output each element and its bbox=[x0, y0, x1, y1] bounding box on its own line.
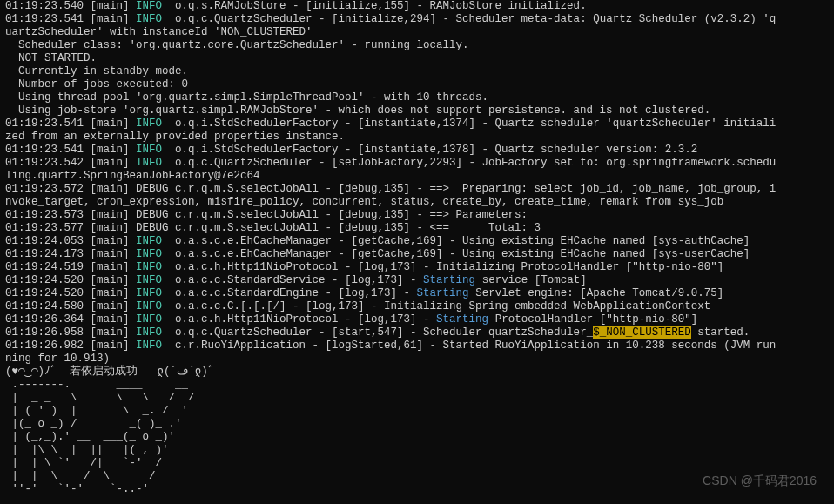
log-text: .-------. ____ __ bbox=[5, 379, 188, 391]
log-text: ''-' `'-' `-..-' bbox=[5, 483, 149, 495]
log-text: zed from an externally provided properti… bbox=[5, 131, 345, 143]
log-line: nvoke_target, cron_expression, misfire_p… bbox=[5, 196, 829, 209]
log-text: 01:19:24.520 [main] bbox=[5, 287, 136, 299]
log-text: o.q.i.StdSchedulerFactory - [instantiate… bbox=[162, 144, 697, 156]
log-text: 01:19:26.982 [main] bbox=[5, 339, 136, 352]
log-text: 01:19:23.541 [main] bbox=[5, 144, 136, 156]
log-line: 01:19:23.540 [main] INFO o.q.s.RAMJobSto… bbox=[5, 0, 829, 13]
log-text: Using job-store 'org.quartz.simpl.RAMJob… bbox=[5, 104, 710, 117]
log-text: 01:19:24.580 [main] bbox=[5, 300, 136, 312]
log-line: 01:19:24.173 [main] INFO o.a.s.c.e.EhCac… bbox=[5, 248, 829, 261]
log-text: 01:19:26.958 [main] bbox=[5, 326, 136, 339]
log-text: 01:19:24.053 [main] bbox=[5, 235, 136, 247]
log-line: |(_ o _) / _( )_ .' bbox=[5, 418, 829, 431]
log-line: Using thread pool 'org.quartz.simpl.Simp… bbox=[5, 91, 829, 104]
log-text: o.a.c.h.Http11NioProtocol - [log,173] - … bbox=[162, 261, 723, 273]
log-line: 01:19:24.520 [main] INFO o.a.c.c.Standar… bbox=[5, 274, 829, 287]
log-text: uartzScheduler' with instanceId 'NON_CLU… bbox=[5, 26, 313, 38]
log-level-info: INFO bbox=[136, 300, 162, 312]
log-level-info: INFO bbox=[136, 144, 162, 156]
log-level-info: INFO bbox=[136, 261, 162, 273]
log-level-info: INFO bbox=[136, 13, 162, 25]
log-text: NOT STARTED. bbox=[5, 52, 97, 64]
log-text: Scheduler class: 'org.quartz.core.Quartz… bbox=[5, 39, 469, 51]
log-text: Using thread pool 'org.quartz.simpl.Simp… bbox=[5, 91, 488, 104]
log-text: o.a.c.c.StandardService - [log,173] - bbox=[162, 274, 423, 286]
log-text: 01:19:23.572 [main] DEBUG c.r.q.m.S.sele… bbox=[5, 183, 776, 195]
log-line: ling.quartz.SpringBeanJobFactory@7e2c64 bbox=[5, 170, 829, 183]
log-line: uartzScheduler' with instanceId 'NON_CLU… bbox=[5, 26, 829, 39]
log-text: o.a.c.c.StandardEngine - [log,173] - bbox=[162, 287, 417, 299]
log-line: 01:19:26.958 [main] INFO o.q.c.QuartzSch… bbox=[5, 326, 829, 339]
log-text: started. bbox=[691, 326, 750, 339]
log-line: | ( ' ) | \ _. / ' bbox=[5, 405, 829, 418]
log-text: | ( ' ) | \ _. / ' bbox=[5, 405, 188, 417]
log-text: service [Tomcat] bbox=[475, 274, 587, 286]
log-text: c.r.RuoYiApplication - [logStarted,61] -… bbox=[162, 339, 776, 352]
log-text: o.q.s.RAMJobStore - [initialize,155] - R… bbox=[162, 0, 587, 12]
log-level-info: INFO bbox=[136, 339, 162, 352]
log-level-info: INFO bbox=[136, 248, 162, 260]
log-line: .-------. ____ __ bbox=[5, 379, 829, 392]
log-text: 01:19:23.577 [main] DEBUG c.r.q.m.S.sele… bbox=[5, 222, 541, 234]
log-line: zed from an externally provided properti… bbox=[5, 131, 829, 144]
log-line: | | \ `' /| `-' / bbox=[5, 457, 829, 470]
log-text: ling.quartz.SpringBeanJobFactory@7e2c64 bbox=[5, 170, 260, 182]
log-line: 01:19:24.520 [main] INFO o.a.c.c.Standar… bbox=[5, 287, 829, 300]
log-text: 01:19:23.540 [main] bbox=[5, 0, 136, 12]
log-level-info: INFO bbox=[136, 157, 162, 169]
log-line: | (_,_).' __ ___(_ o _)' bbox=[5, 431, 829, 444]
log-line: (♥◠‿◠)ﾉﾞ 若依启动成功 ლ(´ڡ`ლ)ﾞ bbox=[5, 366, 829, 379]
log-text: Servlet engine: [Apache Tomcat/9.0.75] bbox=[469, 287, 724, 299]
log-level-info: INFO bbox=[136, 235, 162, 247]
log-text: o.q.i.StdSchedulerFactory - [instantiate… bbox=[162, 118, 776, 130]
log-line: 01:19:23.573 [main] DEBUG c.r.q.m.S.sele… bbox=[5, 209, 829, 222]
log-text: o.q.c.QuartzScheduler - [initialize,294]… bbox=[162, 13, 776, 25]
log-level-info: INFO bbox=[136, 0, 162, 12]
log-text: | (_,_).' __ ___(_ o _)' bbox=[5, 431, 175, 443]
log-text: |(_ o _) / _( )_ .' bbox=[5, 418, 182, 430]
log-line: ning for 10.913) bbox=[5, 353, 829, 366]
keyword-starting: Starting bbox=[423, 274, 475, 286]
log-text: | | \ / \ / bbox=[5, 470, 156, 482]
keyword-starting: Starting bbox=[417, 287, 469, 299]
log-line: 01:19:23.572 [main] DEBUG c.r.q.m.S.sele… bbox=[5, 183, 829, 196]
log-text: 01:19:23.541 [main] bbox=[5, 13, 136, 25]
log-level-info: INFO bbox=[136, 313, 162, 326]
log-text: Currently in standby mode. bbox=[5, 65, 188, 77]
log-text: 01:19:23.541 [main] bbox=[5, 118, 136, 130]
log-line: 01:19:24.580 [main] INFO o.a.c.c.C.[.[.[… bbox=[5, 300, 829, 313]
log-line: Using job-store 'org.quartz.simpl.RAMJob… bbox=[5, 104, 829, 118]
log-line: Currently in standby mode. bbox=[5, 65, 829, 78]
log-text: nvoke_target, cron_expression, misfire_p… bbox=[5, 196, 723, 208]
watermark-text: CSDN @千码君2016 bbox=[703, 474, 817, 488]
log-line: | |\ \ | || |(_,_)' bbox=[5, 444, 829, 457]
log-text: o.a.c.h.Http11NioProtocol - [log,173] - bbox=[162, 313, 436, 326]
log-level-info: INFO bbox=[136, 287, 162, 299]
log-text: Number of jobs executed: 0 bbox=[5, 78, 188, 91]
log-line: 01:19:26.982 [main] INFO c.r.RuoYiApplic… bbox=[5, 339, 829, 353]
log-level-info: INFO bbox=[136, 326, 162, 339]
highlighted-text: $_NON_CLUSTERED bbox=[593, 326, 691, 339]
log-line: NOT STARTED. bbox=[5, 52, 829, 65]
log-text: | _ _ \ \ \ / / bbox=[5, 392, 195, 404]
log-text: | |\ \ | || |(_,_)' bbox=[5, 444, 169, 456]
log-text: ProtocolHandler ["http-nio-80"] bbox=[488, 313, 697, 326]
log-text: o.a.c.c.C.[.[.[/] - [log,173] - Initiali… bbox=[162, 300, 710, 312]
terminal-output[interactable]: 01:19:23.540 [main] INFO o.q.s.RAMJobSto… bbox=[0, 0, 834, 496]
log-line: 01:19:24.053 [main] INFO o.a.s.c.e.EhCac… bbox=[5, 235, 829, 248]
log-text: o.a.s.c.e.EhCacheManager - [getCache,169… bbox=[162, 248, 750, 260]
log-text: o.q.c.QuartzScheduler - [start,547] - Sc… bbox=[162, 326, 593, 339]
log-text: ning for 10.913) bbox=[5, 353, 110, 365]
log-level-info: INFO bbox=[136, 118, 162, 130]
log-line: 01:19:23.542 [main] INFO o.q.c.QuartzSch… bbox=[5, 157, 829, 170]
log-text: (♥◠‿◠)ﾉﾞ 若依启动成功 ლ(´ڡ`ლ)ﾞ bbox=[5, 366, 214, 378]
log-line: | _ _ \ \ \ / / bbox=[5, 392, 829, 405]
log-text: 01:19:24.520 [main] bbox=[5, 274, 136, 286]
log-line: 01:19:23.541 [main] INFO o.q.c.QuartzSch… bbox=[5, 13, 829, 26]
log-line: 01:19:26.364 [main] INFO o.a.c.h.Http11N… bbox=[5, 313, 829, 326]
log-line: 01:19:23.541 [main] INFO o.q.i.StdSchedu… bbox=[5, 144, 829, 157]
log-text: 01:19:23.573 [main] DEBUG c.r.q.m.S.sele… bbox=[5, 209, 528, 221]
log-text: | | \ `' /| `-' / bbox=[5, 457, 162, 469]
log-text: 01:19:26.364 [main] bbox=[5, 313, 136, 326]
